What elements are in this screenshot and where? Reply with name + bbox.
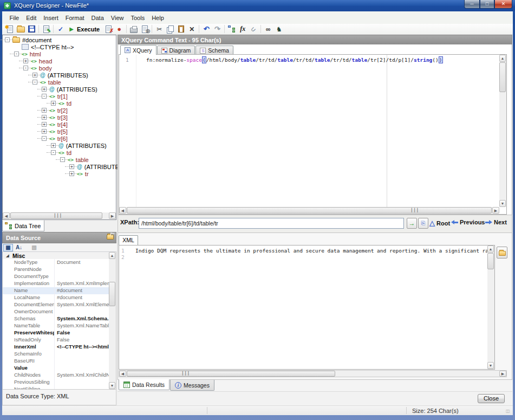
title-bar[interactable]: XQuery Designer - NewFile* ─ □ ✕ <box>0 0 515 11</box>
cut-icon[interactable]: ✂ <box>154 25 164 34</box>
property-row-documentelement[interactable]: DocumentElementSystem.Xml.XmlElement <box>3 301 109 308</box>
property-row-parentnode[interactable]: ParentNode <box>3 266 109 273</box>
attachment-icon[interactable]: ∪ <box>247 22 260 35</box>
tree-node-document[interactable]: -#document <box>3 36 116 43</box>
print-icon[interactable] <box>129 25 139 34</box>
load-results-button[interactable] <box>497 247 507 259</box>
property-row-childnodes[interactable]: ChildNodesSystem.Xml.XmlChildNod <box>3 372 109 379</box>
tree-expander[interactable]: - <box>14 51 19 56</box>
next-button[interactable]: Next <box>485 219 507 225</box>
results-text-area[interactable]: 12 Indigo DQM represents the ultimate in… <box>119 245 495 370</box>
tree-node-attributes[interactable]: +@(ATTRIBUTES) <box>3 142 116 149</box>
tab-data-tree[interactable]: Data Tree <box>2 220 44 231</box>
xquery-code-editor[interactable]: 1 fn:normalize-space(/html/body/table/tr… <box>119 54 507 215</box>
tree-node-table[interactable]: -<>table <box>3 156 116 163</box>
tree-expander[interactable]: - <box>42 94 47 99</box>
tree-node-tr[interactable]: +<>tr <box>3 170 116 177</box>
property-row-value[interactable]: Value <box>3 365 109 372</box>
tree-node-attributes[interactable]: +@(ATTRIBUTES) <box>3 86 116 93</box>
property-row-isreadonly[interactable]: IsReadOnlyFalse <box>3 337 109 344</box>
tree-expander[interactable]: + <box>51 101 56 106</box>
cancel-execute-icon[interactable]: ✗ <box>103 25 113 34</box>
tree-expander[interactable]: + <box>32 73 37 77</box>
property-row-baseuri[interactable]: BaseURI <box>3 358 109 365</box>
tree-expander[interactable]: - <box>60 157 65 162</box>
tree-expander[interactable]: - <box>51 150 56 155</box>
tree-node-td[interactable]: -<>td <box>3 149 116 156</box>
tree-node-td[interactable]: +<>td <box>3 100 116 107</box>
stop-icon[interactable]: ● <box>114 25 124 34</box>
execute-label[interactable]: Execute <box>77 26 100 33</box>
delete-icon[interactable]: ✕ <box>187 25 197 34</box>
tab-data-results[interactable]: Data Results <box>119 379 170 390</box>
property-row-schemas[interactable]: SchemasSystem.Xml.Schema. <box>3 315 109 322</box>
property-row-schemainfo[interactable]: SchemaInfo <box>3 351 109 358</box>
minimize-button[interactable]: ─ <box>464 0 480 9</box>
tree-expander[interactable]: - <box>23 66 28 70</box>
menu-edit[interactable]: Edit <box>23 12 40 23</box>
close-button[interactable]: Close <box>478 394 505 403</box>
tree-node-tr1[interactable]: -<>tr[1] <box>3 93 116 100</box>
root-button[interactable]: △Root <box>429 219 450 227</box>
xquery-code-line[interactable]: fn:normalize-space(/html/body/table/tr/t… <box>146 57 443 63</box>
tree-node-ctypeht[interactable]: +<!--CTYPE ht--> <box>3 43 116 50</box>
resize-grip[interactable]: ◫ <box>506 409 511 414</box>
editor-vertical-scrollbar[interactable]: ▲ ▼ <box>499 55 506 207</box>
tree-expander[interactable]: - <box>32 80 37 85</box>
edit-document-icon[interactable]: ✎ <box>41 25 51 34</box>
tab-diagram[interactable]: Diagram <box>157 46 195 55</box>
validate-icon[interactable]: ✓ <box>56 25 66 34</box>
tree-expander[interactable]: + <box>42 129 47 134</box>
redo-icon[interactable]: ↷ <box>212 25 222 34</box>
property-row-ownerdocument[interactable]: OwnerDocument <box>3 308 109 315</box>
tree-expander[interactable]: - <box>42 136 47 141</box>
tab-xquery[interactable]: XQuery <box>120 45 157 55</box>
property-pages-button[interactable]: ▧ <box>29 244 39 251</box>
xpath-go-button[interactable]: → <box>407 218 417 229</box>
tab-messages[interactable]: iMessages <box>170 380 214 391</box>
execute-icon[interactable]: ▶ <box>67 25 76 34</box>
tree-node-body[interactable]: -<>body <box>3 64 116 72</box>
property-row-nodetype[interactable]: NodeTypeDocument <box>3 259 109 266</box>
property-row-nametable[interactable]: NameTableSystem.Xml.NameTable <box>3 322 109 329</box>
property-row-name[interactable]: Name#document <box>3 287 109 294</box>
property-row-implementation[interactable]: ImplementationSystem.Xml.XmlImplemen <box>3 280 109 287</box>
maximize-button[interactable]: □ <box>480 0 494 9</box>
menu-format[interactable]: Format <box>62 12 88 23</box>
property-row-documenttype[interactable]: DocumentType <box>3 273 109 280</box>
xpath-input[interactable]: /html/body/table/tr[6]/td/table/tr <box>139 218 404 229</box>
property-row-preservewhitespace[interactable]: PreserveWhitespaceFalse <box>3 329 109 337</box>
save-icon[interactable] <box>27 25 36 34</box>
tab-schema[interactable]: Schema <box>195 46 233 55</box>
tab-xml[interactable]: XML <box>119 235 138 245</box>
tree-expander[interactable]: + <box>69 164 74 169</box>
tree-node-tr6[interactable]: -<>tr[6] <box>3 135 116 142</box>
xpath-builder-icon[interactable] <box>227 25 237 34</box>
tree-expander[interactable]: + <box>42 115 47 120</box>
alphabetical-sort-button[interactable]: A↓ <box>14 244 24 251</box>
results-horizontal-scrollbar[interactable]: ◀ ▶ ┃┃┃ <box>119 370 507 377</box>
run-person-icon[interactable]: ♞ <box>274 25 284 34</box>
property-category-row[interactable]: ◢Misc <box>3 252 109 259</box>
copy-icon[interactable] <box>165 25 175 34</box>
editor-horizontal-scrollbar[interactable]: ◀ ▶ ┃┃┃ <box>119 207 499 214</box>
categorized-view-button[interactable]: ▦ <box>3 244 13 251</box>
tree-expander[interactable]: + <box>42 122 47 127</box>
tree-node-tr3[interactable]: +<>tr[3] <box>3 114 116 121</box>
previous-button[interactable]: Previous <box>451 219 485 225</box>
paste-icon[interactable] <box>176 25 186 34</box>
tree-expander[interactable]: + <box>69 171 74 176</box>
close-window-button[interactable]: ✕ <box>494 0 512 9</box>
tree-node-head[interactable]: +<>head <box>3 57 116 64</box>
print-preview-icon[interactable]: ◎ <box>140 25 149 34</box>
find-icon[interactable]: ∞ <box>263 25 273 34</box>
undo-icon[interactable]: ↶ <box>201 25 211 34</box>
property-grid-scrollbar[interactable]: ▲ ▼ <box>109 252 116 389</box>
tree-expander[interactable]: - <box>5 37 10 42</box>
tree-node-table[interactable]: -<>table <box>3 79 116 86</box>
tree-expander[interactable]: + <box>42 87 47 92</box>
menu-view[interactable]: View <box>107 12 127 23</box>
property-row-localname[interactable]: LocalName#document <box>3 294 109 301</box>
menu-data[interactable]: Data <box>88 12 107 23</box>
xpath-copy-button[interactable]: ⎘ <box>418 218 428 229</box>
